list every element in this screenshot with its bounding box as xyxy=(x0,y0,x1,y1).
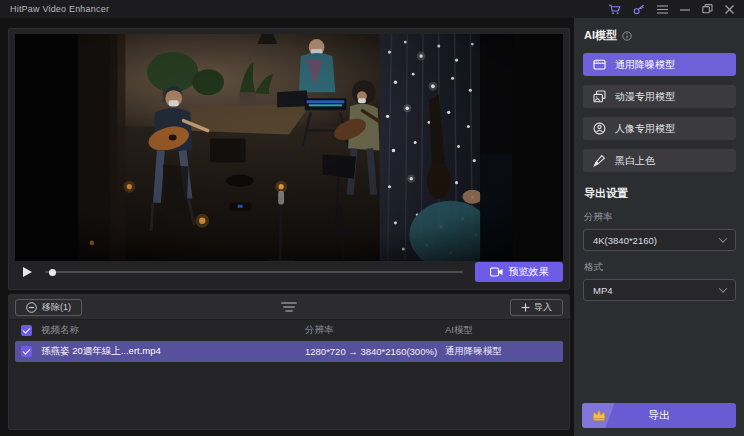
player-controls: 预览效果 xyxy=(21,260,563,284)
model-button-general-denoise[interactable]: 通用降噪模型 xyxy=(583,53,736,76)
model-label: 人像专用模型 xyxy=(615,122,675,136)
maximize-icon[interactable] xyxy=(702,4,713,14)
preview-effect-label: 预览效果 xyxy=(509,265,549,279)
column-header-resolution: 分辨率 xyxy=(305,324,445,337)
select-all-checkbox[interactable] xyxy=(21,325,32,336)
register-key-icon[interactable] xyxy=(633,4,645,15)
preview-effect-button[interactable]: 预览效果 xyxy=(475,262,563,282)
player-panel: 预览效果 xyxy=(8,28,570,290)
plus-icon xyxy=(521,303,530,312)
model-label: 动漫专用模型 xyxy=(615,90,675,104)
table-header-row: 视频名称 分辨率 AI模型 xyxy=(15,320,563,341)
crown-icon xyxy=(591,408,607,422)
import-label: 导入 xyxy=(534,301,552,314)
file-name: 孫燕姿 20週年線上...ert.mp4 xyxy=(41,345,305,358)
table-row[interactable]: 孫燕姿 20週年線上...ert.mp4 1280*720 → 3840*216… xyxy=(15,341,563,362)
video-preview xyxy=(15,34,563,261)
video-frame xyxy=(15,34,563,261)
format-label: 格式 xyxy=(584,261,736,274)
row-checkbox[interactable] xyxy=(21,346,32,357)
resolution-value: 4K(3840*2160) xyxy=(593,235,657,246)
file-resolution: 1280*720 → 3840*2160(300%) xyxy=(305,346,445,357)
model-label: 黑白上色 xyxy=(615,154,655,168)
resolution-select[interactable]: 4K(3840*2160) xyxy=(583,229,736,251)
titlebar: HitPaw Video Enhancer xyxy=(0,0,744,18)
format-select[interactable]: MP4 xyxy=(583,279,736,301)
format-value: MP4 xyxy=(593,285,613,296)
queue-panel: 移除(1) 导入 视频名称 分辨率 AI模型 孫燕姿 20週年線上...ert.… xyxy=(8,294,570,430)
ai-model-title: AI模型 xyxy=(584,28,617,43)
model-button-portrait[interactable]: 人像专用模型 xyxy=(583,117,736,140)
video-camera-icon xyxy=(490,267,503,277)
seek-slider[interactable] xyxy=(45,267,463,277)
info-icon[interactable] xyxy=(622,31,632,41)
model-button-anime[interactable]: 动漫专用模型 xyxy=(583,85,736,108)
file-model: 通用降噪模型 xyxy=(445,345,563,358)
seek-thumb[interactable] xyxy=(49,269,56,276)
menu-icon[interactable] xyxy=(657,5,668,14)
window-title: HitPaw Video Enhancer xyxy=(10,4,109,14)
chevron-down-icon xyxy=(719,284,727,292)
export-settings-title: 导出设置 xyxy=(584,186,736,201)
frame-icon xyxy=(593,58,606,71)
play-button[interactable] xyxy=(21,266,33,278)
sidebar: AI模型 通用降噪模型 动漫专用模型 人像专用模型 xyxy=(574,18,744,436)
chevron-down-icon xyxy=(719,234,727,242)
export-label: 导出 xyxy=(648,408,670,423)
colorize-icon xyxy=(593,154,606,167)
model-label: 通用降噪模型 xyxy=(615,58,675,72)
circle-minus-icon xyxy=(26,302,37,313)
anime-icon xyxy=(593,90,606,103)
model-button-colorize[interactable]: 黑白上色 xyxy=(583,149,736,172)
export-button[interactable]: 导出 xyxy=(582,403,736,428)
store-cart-icon[interactable] xyxy=(608,4,621,15)
import-button[interactable]: 导入 xyxy=(510,299,563,316)
resolution-label: 分辨率 xyxy=(584,211,736,224)
queue-table: 视频名称 分辨率 AI模型 孫燕姿 20週年線上...ert.mp4 1280*… xyxy=(9,320,569,362)
column-header-model: AI模型 xyxy=(445,324,563,337)
portrait-icon xyxy=(593,122,606,135)
minimize-icon[interactable] xyxy=(680,5,690,14)
column-header-name: 视频名称 xyxy=(41,324,305,337)
panel-resize-handle[interactable] xyxy=(281,302,297,312)
seek-track xyxy=(45,271,463,273)
queue-toolbar: 移除(1) 导入 xyxy=(9,295,569,320)
remove-label: 移除(1) xyxy=(42,301,71,314)
remove-button[interactable]: 移除(1) xyxy=(15,299,82,316)
close-icon[interactable] xyxy=(725,5,734,14)
